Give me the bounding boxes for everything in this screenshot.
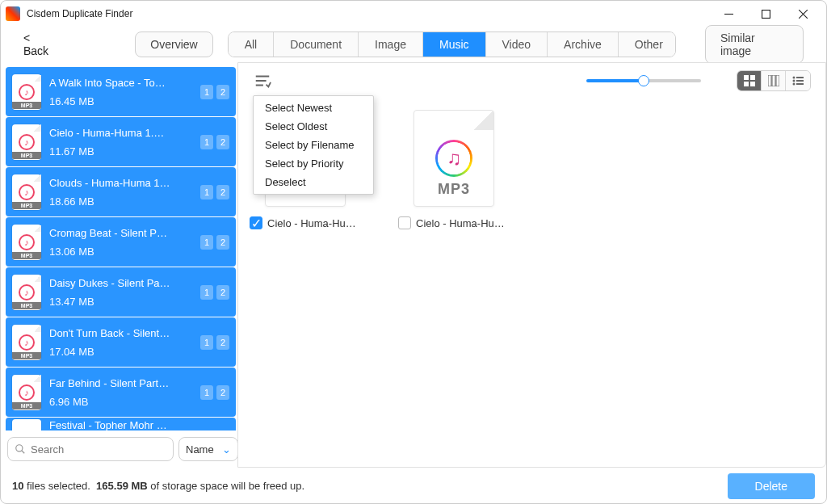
selected-count: 10	[12, 480, 23, 492]
tab-all[interactable]: All	[229, 32, 275, 57]
item-name: Clouds - Huma-Huma 1....	[49, 177, 170, 189]
list-item[interactable]: ♪MP3 Clouds - Huma-Huma 1....18.66 MB 12	[6, 167, 236, 216]
dup-badge[interactable]: 2	[216, 135, 229, 149]
dup-badge[interactable]: 2	[216, 285, 229, 300]
ctx-select-by-filename[interactable]: Select by Filename	[254, 136, 373, 154]
svg-rect-10	[750, 75, 755, 80]
view-list-button[interactable]	[786, 71, 810, 90]
select-menu-button[interactable]	[253, 71, 272, 90]
dup-badge[interactable]: 1	[200, 185, 213, 200]
svg-rect-14	[772, 75, 775, 86]
search-input-wrap[interactable]	[7, 437, 174, 461]
list-item[interactable]: ♪MP3 A Walk Into Space - Toph...16.45 MB…	[6, 67, 236, 116]
view-columns-button[interactable]	[762, 71, 786, 90]
sidebar: ♪MP3 A Walk Into Space - Toph...16.45 MB…	[1, 62, 237, 468]
item-size: 17.04 MB	[49, 346, 192, 358]
tab-music[interactable]: Music	[423, 32, 486, 57]
preview-toolbar	[238, 63, 825, 99]
svg-rect-9	[744, 75, 749, 80]
mp3-file-icon: ♪MP3	[12, 74, 41, 110]
mp3-file-icon: ♪MP3	[12, 275, 41, 310]
svg-rect-15	[776, 75, 779, 86]
similar-image-button[interactable]: Similar image	[705, 25, 804, 64]
item-name: Far Behind - Silent Partne...	[49, 377, 170, 389]
close-button[interactable]	[784, 2, 821, 25]
file-label: Cielo - Huma-Huma...	[267, 217, 361, 229]
dup-badge[interactable]: 2	[216, 385, 229, 400]
app-icon	[6, 6, 20, 21]
select-checkbox[interactable]: ✓	[250, 216, 262, 229]
list-item[interactable]: ♪MP3 Daisy Dukes - Silent Partn...13.47 …	[6, 267, 236, 317]
dup-badge[interactable]: 2	[216, 335, 229, 350]
dup-badge[interactable]: 2	[216, 85, 229, 99]
minimize-button[interactable]	[710, 2, 747, 25]
item-size: 13.47 MB	[49, 296, 192, 308]
view-mode-group	[737, 70, 811, 91]
mp3-file-icon: ♪MP3	[12, 325, 41, 360]
dup-badge[interactable]: 1	[200, 85, 213, 99]
dup-badge[interactable]: 2	[216, 235, 229, 250]
category-tabs: All Document Image Music Video Archive O…	[228, 32, 676, 57]
dup-badge[interactable]: 1	[200, 335, 213, 350]
svg-point-18	[793, 80, 796, 82]
list-item[interactable]: ♪MP3 Cielo - Huma-Huma 1.m...11.67 MB 12	[6, 117, 236, 166]
sort-dropdown[interactable]: Name ⌄	[178, 437, 238, 461]
tab-image[interactable]: Image	[359, 32, 423, 57]
ctx-select-newest[interactable]: Select Newest	[254, 99, 373, 117]
svg-rect-1	[762, 10, 770, 18]
search-input[interactable]	[31, 443, 166, 456]
item-size: 16.45 MB	[49, 95, 192, 107]
maximize-button[interactable]	[747, 2, 784, 25]
tab-document[interactable]: Document	[274, 32, 359, 57]
list-item[interactable]: ♪MP3 Don't Turn Back - Silent ...17.04 M…	[6, 317, 236, 367]
mp3-file-icon	[12, 419, 41, 430]
item-name: Cielo - Huma-Huma 1.m...	[49, 127, 170, 139]
dup-badge[interactable]: 1	[200, 285, 213, 300]
tab-video[interactable]: Video	[486, 32, 548, 57]
grid-cell[interactable]: ♫ MP3 Cielo - Huma-Huma...	[398, 110, 510, 229]
mp3-file-icon: ♪MP3	[12, 124, 41, 160]
ctx-select-by-priority[interactable]: Select by Priority	[254, 154, 373, 173]
music-note-icon: ♫	[438, 142, 470, 174]
svg-point-16	[793, 77, 796, 79]
item-name: A Walk Into Space - Toph...	[49, 77, 170, 89]
svg-rect-12	[750, 82, 755, 86]
results-list[interactable]: ♪MP3 A Walk Into Space - Toph...16.45 MB…	[6, 67, 236, 430]
tab-archive[interactable]: Archive	[548, 32, 619, 57]
item-name: Daisy Dukes - Silent Partn...	[49, 277, 170, 289]
list-item[interactable]: Festival - Topher Mohr a...	[6, 418, 236, 430]
ctx-select-oldest[interactable]: Select Oldest	[254, 117, 373, 136]
back-button[interactable]: < Back	[23, 32, 58, 57]
ctx-deselect[interactable]: Deselect	[254, 173, 373, 191]
overview-button[interactable]: Overview	[135, 32, 212, 57]
mp3-file-icon: ♪MP3	[12, 375, 41, 410]
zoom-slider[interactable]	[586, 79, 701, 82]
item-name: Cromag Beat - Silent Part...	[49, 227, 170, 239]
status-bar: 10 files selected. 165.59 MB of storage …	[1, 468, 826, 503]
freed-size: 165.59 MB	[96, 480, 148, 492]
dup-badge[interactable]: 2	[216, 185, 229, 200]
tab-other[interactable]: Other	[619, 32, 676, 57]
file-label: Cielo - Huma-Huma...	[416, 217, 510, 229]
svg-point-20	[793, 83, 796, 86]
mp3-file-icon: ♪MP3	[12, 225, 41, 260]
list-item[interactable]: ♪MP3 Far Behind - Silent Partne...6.96 M…	[6, 368, 236, 417]
item-size: 6.96 MB	[49, 396, 192, 408]
title-bar: Cisdem Duplicate Finder	[1, 1, 826, 27]
dup-badge[interactable]: 1	[200, 235, 213, 250]
dup-badge[interactable]: 1	[200, 385, 213, 400]
item-size: 13.06 MB	[49, 246, 192, 258]
select-context-menu: Select Newest Select Oldest Select by Fi…	[253, 95, 374, 195]
dup-badge[interactable]: 1	[200, 135, 213, 149]
list-item[interactable]: ♪MP3 Cromag Beat - Silent Part...13.06 M…	[6, 217, 236, 267]
item-name: Festival - Topher Mohr a...	[49, 419, 170, 430]
view-grid-button[interactable]	[737, 71, 762, 90]
svg-rect-11	[744, 82, 749, 86]
select-checkbox[interactable]	[398, 216, 411, 229]
delete-button[interactable]: Delete	[728, 473, 815, 499]
top-toolbar: < Back Overview All Document Image Music…	[1, 27, 826, 62]
mp3-file-icon: ♫ MP3	[414, 110, 494, 207]
svg-line-5	[22, 451, 25, 454]
zoom-slider-wrap	[586, 79, 701, 82]
mp3-file-icon: ♪MP3	[12, 174, 41, 210]
